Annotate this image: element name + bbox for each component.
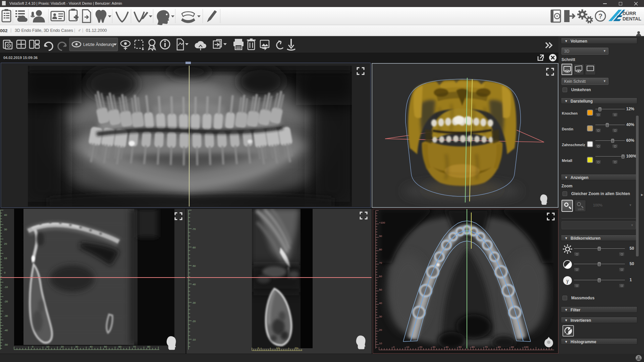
svg-text:10: 10 [46, 345, 49, 348]
svg-text:80: 80 [498, 346, 501, 349]
svg-text:-50: -50 [4, 343, 8, 346]
svg-text:60: 60 [379, 275, 382, 278]
svg-text:-40: -40 [4, 329, 8, 332]
svg-text:-30: -30 [4, 314, 8, 317]
svg-text:50: 50 [104, 345, 107, 348]
svg-text:20: 20 [294, 347, 298, 350]
svg-text:80: 80 [379, 248, 382, 251]
svg-text:90: 90 [379, 235, 382, 238]
svg-text:?: ? [598, 12, 602, 20]
svg-text:50: 50 [459, 346, 462, 349]
svg-text:40: 40 [4, 214, 7, 217]
svg-text:100: 100 [524, 346, 529, 349]
svg-text:30: 30 [75, 345, 78, 348]
svg-text:-10: -10 [4, 286, 8, 289]
svg-text:10: 10 [276, 347, 279, 350]
svg-text:Letzte Änderung: Letzte Änderung [83, 42, 114, 47]
svg-text:10: 10 [4, 257, 7, 260]
svg-text:0: 0 [258, 347, 259, 350]
svg-text:0: 0 [4, 271, 6, 274]
svg-text:10: 10 [379, 342, 382, 345]
svg-text:-20: -20 [4, 300, 8, 303]
svg-text:50: 50 [379, 288, 382, 291]
svg-text:-60: -60 [192, 246, 196, 249]
svg-text:-70: -70 [192, 228, 196, 231]
svg-text:40: 40 [90, 345, 93, 348]
svg-text:30: 30 [379, 315, 382, 318]
svg-text:90: 90 [511, 346, 514, 349]
svg-text:-10: -10 [192, 338, 196, 341]
svg-text:40: 40 [445, 346, 448, 349]
svg-text:-20: -20 [192, 320, 196, 323]
svg-text:+100: +100 [379, 221, 385, 224]
svg-text:20: 20 [379, 328, 382, 331]
svg-text:40: 40 [379, 302, 382, 305]
svg-text:DÜRR: DÜRR [623, 11, 636, 16]
svg-text:70: 70 [379, 261, 382, 264]
svg-text:70: 70 [133, 345, 136, 348]
svg-text:-50: -50 [192, 264, 196, 267]
svg-text:20: 20 [4, 242, 7, 245]
svg-text:30: 30 [432, 346, 435, 349]
svg-text:80: 80 [147, 345, 150, 348]
svg-text:20: 20 [419, 346, 422, 349]
svg-text:0: 0 [32, 345, 34, 348]
svg-text:60: 60 [118, 345, 121, 348]
svg-text:-30: -30 [192, 301, 196, 304]
svg-text:0: 0 [393, 346, 395, 349]
svg-text:60: 60 [472, 346, 475, 349]
svg-text:10: 10 [406, 346, 409, 349]
svg-text:30: 30 [4, 228, 7, 231]
svg-text:70: 70 [485, 346, 488, 349]
svg-text:-40: -40 [192, 283, 196, 286]
svg-text:DENTAL: DENTAL [623, 16, 641, 21]
svg-text:20: 20 [61, 345, 64, 348]
